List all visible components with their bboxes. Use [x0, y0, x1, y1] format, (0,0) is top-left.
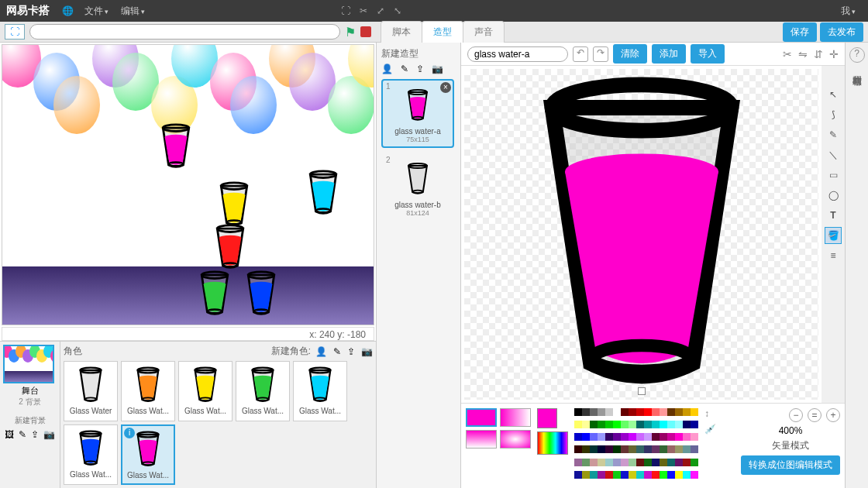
- palette-color[interactable]: [667, 445, 675, 453]
- palette-color[interactable]: [636, 445, 644, 453]
- backdrop-upload-icon[interactable]: ⇪: [31, 429, 39, 440]
- palette-color[interactable]: [652, 459, 660, 466]
- palette-color[interactable]: [621, 408, 629, 416]
- palette-color[interactable]: [675, 471, 683, 479]
- palette-color[interactable]: [621, 459, 629, 466]
- palette-color[interactable]: [652, 433, 660, 441]
- palette-color[interactable]: [636, 459, 644, 466]
- palette-color[interactable]: [629, 445, 636, 453]
- palette-color[interactable]: [613, 421, 621, 428]
- costume-paint-icon[interactable]: ✎: [401, 64, 408, 74]
- palette-color[interactable]: [574, 471, 582, 479]
- costume-camera-icon[interactable]: 📷: [432, 64, 443, 74]
- palette-color[interactable]: [660, 459, 667, 466]
- palette-color[interactable]: [598, 433, 605, 441]
- palette-color[interactable]: [613, 433, 621, 441]
- palette-color[interactable]: [691, 433, 698, 441]
- stage-preview[interactable]: [2, 44, 374, 325]
- palette-color[interactable]: [652, 421, 660, 428]
- tab-scripts[interactable]: 脚本: [381, 21, 422, 43]
- fill-radial-swatch[interactable]: [500, 430, 531, 448]
- help-icon[interactable]: ?: [849, 47, 865, 63]
- palette-color[interactable]: [675, 433, 683, 441]
- shrink-icon[interactable]: ⤡: [394, 5, 401, 16]
- stamp-icon[interactable]: ⛶: [341, 5, 350, 16]
- current-color-swatch[interactable]: [537, 408, 557, 428]
- center-icon[interactable]: ✛: [829, 48, 839, 60]
- fullscreen-icon[interactable]: ⛶: [5, 24, 25, 40]
- palette-color[interactable]: [683, 408, 691, 416]
- palette-color[interactable]: [675, 408, 683, 416]
- delete-costume-icon[interactable]: ×: [440, 82, 451, 93]
- palette-color[interactable]: [629, 421, 636, 428]
- palette-color[interactable]: [590, 445, 598, 453]
- costume-upload-icon[interactable]: ⇪: [416, 64, 424, 74]
- palette-color[interactable]: [574, 445, 582, 453]
- line-tool-icon[interactable]: ＼: [825, 146, 842, 163]
- redo-icon[interactable]: ↷: [593, 46, 608, 62]
- palette-color[interactable]: [636, 471, 644, 479]
- palette-color[interactable]: [636, 433, 644, 441]
- sprite-item[interactable]: Glass Wat...: [293, 361, 347, 421]
- tab-costumes[interactable]: 造型: [422, 21, 463, 43]
- palette-color[interactable]: [644, 445, 652, 453]
- sprite-paint-icon[interactable]: ✎: [333, 346, 341, 357]
- palette-color[interactable]: [590, 421, 598, 428]
- palette-color[interactable]: [582, 433, 590, 441]
- swap-colors-icon[interactable]: ↕: [704, 408, 716, 419]
- grow-icon[interactable]: ⤢: [377, 5, 384, 16]
- palette-color[interactable]: [660, 421, 667, 428]
- palette-color[interactable]: [629, 408, 636, 416]
- fill-hgrad-swatch[interactable]: [500, 408, 531, 427]
- palette-color[interactable]: [629, 471, 636, 479]
- stamp-tool-icon[interactable]: ≡: [825, 247, 842, 264]
- account-menu[interactable]: 我: [841, 5, 856, 18]
- palette-color[interactable]: [582, 471, 590, 479]
- palette-color[interactable]: [660, 433, 667, 441]
- sprite-upload-icon[interactable]: ⇪: [347, 346, 355, 357]
- palette-color[interactable]: [652, 471, 660, 479]
- text-tool-icon[interactable]: T: [825, 207, 842, 224]
- palette-color[interactable]: [598, 421, 605, 428]
- palette-color[interactable]: [652, 408, 660, 416]
- palette-color[interactable]: [598, 471, 605, 479]
- palette-color[interactable]: [582, 421, 590, 428]
- palette-color[interactable]: [660, 408, 667, 416]
- palette-color[interactable]: [667, 408, 675, 416]
- reshape-tool-icon[interactable]: ⟆: [825, 106, 842, 123]
- palette-color[interactable]: [636, 421, 644, 428]
- palette-color[interactable]: [582, 445, 590, 453]
- project-title-input[interactable]: [29, 24, 340, 40]
- sprite-item[interactable]: Glass Wat...: [178, 361, 232, 421]
- zoom-in-icon[interactable]: +: [826, 408, 840, 422]
- clear-button[interactable]: 清除: [613, 44, 647, 64]
- palette-color[interactable]: [598, 459, 605, 466]
- fill-vgrad-swatch[interactable]: [466, 430, 497, 448]
- select-tool-icon[interactable]: ↖: [825, 86, 842, 103]
- import-button[interactable]: 导入: [691, 44, 725, 64]
- palette-color[interactable]: [683, 445, 691, 453]
- palette-color[interactable]: [613, 445, 621, 453]
- palette-color[interactable]: [667, 421, 675, 428]
- palette-color[interactable]: [621, 433, 629, 441]
- eyedropper-icon[interactable]: 💉: [704, 424, 716, 435]
- palette-color[interactable]: [691, 445, 698, 453]
- palette-color[interactable]: [621, 421, 629, 428]
- palette-color[interactable]: [660, 471, 667, 479]
- palette-color[interactable]: [675, 421, 683, 428]
- palette-color[interactable]: [629, 433, 636, 441]
- edit-menu[interactable]: 编辑: [121, 5, 145, 18]
- palette-color[interactable]: [621, 445, 629, 453]
- palette-color[interactable]: [613, 471, 621, 479]
- backdrop-paint-icon[interactable]: ✎: [19, 429, 26, 440]
- convert-mode-button[interactable]: 转换成位图编辑模式: [741, 455, 840, 475]
- palette-color[interactable]: [644, 421, 652, 428]
- palette-color[interactable]: [598, 445, 605, 453]
- sprite-item[interactable]: Glass Wat...: [64, 424, 118, 485]
- palette-color[interactable]: [590, 408, 598, 416]
- palette-color[interactable]: [644, 408, 652, 416]
- file-menu[interactable]: 文件: [84, 5, 108, 18]
- sprite-item[interactable]: Glass Wat...: [236, 361, 290, 421]
- palette-color[interactable]: [644, 459, 652, 466]
- rect-tool-icon[interactable]: ▭: [825, 167, 842, 184]
